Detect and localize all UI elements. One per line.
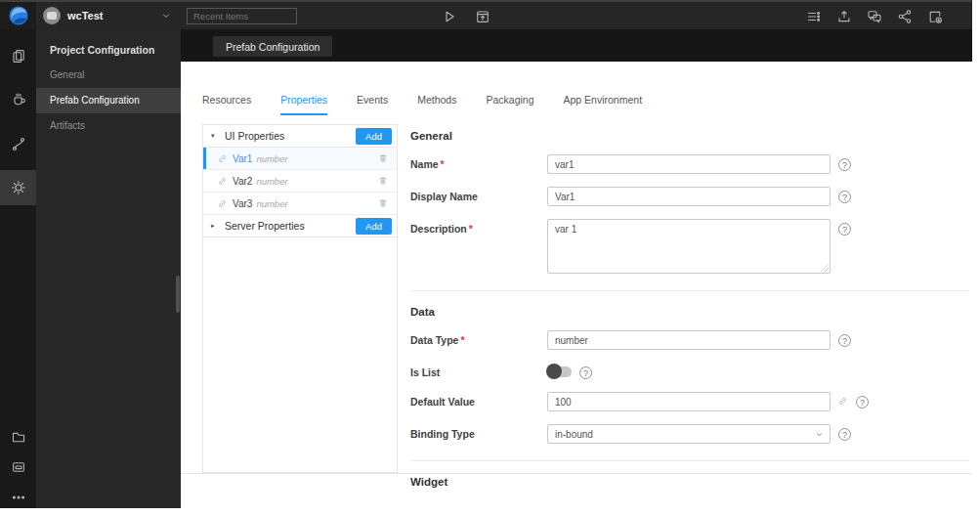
data-type-input[interactable] [547, 330, 831, 350]
properties-panel: ▾UI PropertiesAddVar1numberVar2numberVar… [202, 124, 398, 473]
rail-item-apis[interactable] [0, 126, 36, 161]
trash-icon [377, 175, 389, 187]
pages-icon [11, 48, 26, 64]
expand-caret-icon[interactable]: ▸ [211, 222, 219, 230]
sidebar-item-general[interactable]: General [36, 63, 181, 88]
collapse-caret-icon[interactable]: ▾ [211, 132, 219, 140]
property-item-var2[interactable]: Var2number [203, 170, 397, 193]
java-services-icon [11, 92, 26, 108]
property-item-name: Var1 [233, 153, 252, 164]
share-icon[interactable] [897, 9, 913, 24]
field-row-is-list: Is List [410, 363, 969, 379]
name-input[interactable] [547, 154, 831, 174]
rail-item-more[interactable] [0, 480, 36, 515]
app-logo[interactable] [0, 2, 36, 29]
tab-methods[interactable]: Methods [417, 94, 456, 115]
help-icon[interactable] [838, 223, 851, 236]
field-label-name: Name* [410, 154, 547, 170]
field-label-description: Description* [410, 219, 547, 235]
link-icon [217, 176, 228, 187]
selected-indicator [203, 193, 206, 214]
workspace-tab-prefab-configuration[interactable]: Prefab Configuration [213, 36, 332, 57]
property-group-ui-properties[interactable]: ▾UI PropertiesAdd [203, 125, 397, 148]
section-title-data: Data [410, 306, 969, 318]
publish-icon[interactable] [836, 9, 852, 24]
tab-properties[interactable]: Properties [280, 94, 327, 115]
deploy-icon[interactable] [475, 9, 490, 24]
rail-item-java-services[interactable] [0, 82, 36, 117]
property-group-server-properties[interactable]: ▸Server PropertiesAdd [203, 215, 397, 237]
sidebar-scrollbar[interactable] [176, 276, 180, 313]
rail-item-pages[interactable] [0, 38, 36, 73]
description-textarea[interactable]: var 1 [547, 219, 831, 274]
link-icon [217, 153, 228, 164]
tab-resources[interactable]: Resources [202, 94, 251, 115]
field-label-display-name: Display Name [410, 187, 547, 202]
selected-indicator [203, 148, 206, 169]
help-icon[interactable] [856, 396, 869, 408]
section-title-general: General [410, 130, 969, 142]
property-group-label: Server Properties [225, 220, 356, 232]
help-icon[interactable] [838, 158, 851, 171]
feedback-icon[interactable] [867, 9, 882, 24]
run-toolbar [442, 2, 490, 31]
sidebar-title: Project Configuration [36, 37, 181, 63]
field-row-data-type: Data Type* [410, 330, 969, 350]
add-property-button[interactable]: Add [356, 218, 392, 235]
config-sidebar: Project Configuration GeneralPrefab Conf… [36, 29, 181, 508]
help-icon[interactable] [838, 334, 851, 347]
required-asterisk: * [441, 158, 445, 170]
binding-type-select[interactable]: in-bound [547, 424, 831, 444]
description-textarea-wrap: var 1 [547, 219, 831, 274]
project-switcher[interactable]: wcTest [36, 2, 181, 29]
property-item-var1[interactable]: Var1number [203, 148, 397, 170]
wavemaker-logo-icon [8, 5, 29, 26]
delete-property-button[interactable] [377, 152, 389, 164]
property-item-name: Var3 [233, 198, 252, 209]
section-title-widget: Widget [410, 476, 969, 488]
default-value-input[interactable] [547, 392, 831, 411]
section-divider [410, 290, 969, 291]
property-item-type: number [256, 153, 287, 164]
selected-indicator [203, 170, 206, 192]
tab-app-environment[interactable]: App Environment [564, 94, 643, 115]
run-icon[interactable] [442, 9, 457, 24]
property-group-label: UI Properties [225, 130, 356, 142]
preferences-icon[interactable] [806, 9, 822, 24]
help-icon[interactable] [579, 366, 592, 379]
display-name-input[interactable] [547, 187, 831, 206]
project-name: wcTest [67, 10, 103, 22]
property-form: GeneralName*Display NameDescription*var … [410, 130, 969, 500]
field-label-data-type: Data Type* [410, 330, 547, 346]
link-icon[interactable] [837, 396, 848, 407]
database-icon [11, 459, 26, 475]
delete-property-button[interactable] [377, 175, 389, 187]
settings-icon [11, 180, 26, 195]
export-icon[interactable] [927, 9, 943, 24]
tab-packaging[interactable]: Packaging [486, 94, 533, 115]
tab-events[interactable]: Events [357, 94, 388, 115]
field-row-description: Description*var 1 [410, 219, 969, 274]
property-item-var3[interactable]: Var3number [203, 193, 397, 215]
rail-item-settings[interactable] [0, 170, 36, 205]
is-list-toggle[interactable] [547, 366, 572, 377]
more-icon [11, 490, 26, 505]
required-asterisk: * [460, 334, 464, 346]
binding-type-selected-value: in-bound [555, 429, 593, 440]
header-actions [806, 2, 943, 31]
trash-icon [377, 197, 389, 209]
help-icon[interactable] [838, 428, 851, 441]
chevron-down-icon[interactable] [161, 11, 171, 21]
field-row-binding-type: Binding Typein-bound [410, 424, 969, 444]
sidebar-item-prefab-configuration[interactable]: Prefab Configuration [36, 88, 181, 113]
add-property-button[interactable]: Add [356, 128, 392, 145]
app-window: wcTest Project Configuration GeneralPref… [0, 0, 980, 516]
recent-items-input[interactable] [187, 8, 297, 24]
apis-icon [11, 136, 26, 151]
section-divider [410, 460, 969, 461]
sidebar-item-artifacts[interactable]: Artifacts [36, 113, 181, 139]
field-label-is-list: Is List [410, 363, 547, 378]
required-asterisk: * [469, 223, 473, 235]
help-icon[interactable] [838, 191, 851, 203]
delete-property-button[interactable] [377, 197, 389, 209]
